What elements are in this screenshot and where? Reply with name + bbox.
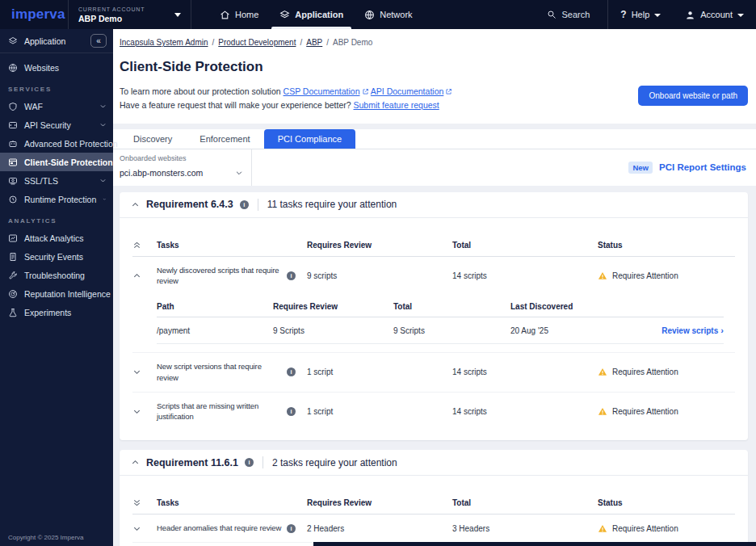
col-path: Path	[157, 302, 273, 311]
expand-row-button[interactable]	[132, 407, 157, 416]
search-icon	[547, 10, 556, 19]
requirement-6-4-3-header[interactable]: Requirement 6.4.3 11 tasks require your …	[120, 192, 748, 218]
runtime-icon	[8, 195, 18, 204]
requirement-title: Requirement 11.6.1	[146, 457, 238, 468]
info-icon[interactable]	[245, 458, 254, 467]
tab-discovery[interactable]: Discovery	[120, 129, 186, 149]
browser-icon	[8, 158, 18, 167]
table-header: Tasks Requires Review Total Status	[132, 494, 735, 514]
info-icon[interactable]	[287, 271, 296, 280]
chevron-down-icon	[132, 368, 141, 376]
onboarded-websites-label: Onboarded websites	[120, 154, 243, 162]
breadcrumb: Incapsula System Admin / Product Develop…	[120, 38, 748, 47]
requires-review-value: 9 scripts	[307, 271, 452, 280]
sidebar: Application Websites SERVICES WAF API Se…	[0, 29, 113, 546]
table-row: Header anomalies that require review 2 H…	[132, 514, 735, 543]
top-bar: imperva CURRENT ACCOUNT ABP Demo Home Ap…	[0, 0, 756, 29]
submit-feature-request-link[interactable]: Submit feature request	[354, 100, 439, 110]
analytics-icon	[8, 233, 18, 243]
status-badge: Requires Attention	[598, 524, 735, 533]
requirement-11-6-1-header[interactable]: Requirement 11.6.1 2 tasks require your …	[120, 450, 748, 476]
review-scripts-link[interactable]: Review scripts	[662, 326, 724, 335]
warning-icon	[598, 524, 607, 533]
sidebar-item-waf[interactable]: WAF	[0, 97, 113, 116]
chevron-up-icon	[132, 271, 141, 280]
table-header: Tasks Requires Review Total Status	[132, 236, 735, 257]
requires-review-value: 1 script	[307, 407, 452, 416]
sidebar-item-attack-analytics[interactable]: Attack Analytics	[0, 229, 113, 247]
search-button[interactable]: Search	[547, 10, 607, 19]
table-row: New script versions that require review …	[132, 352, 735, 393]
pci-report-settings-link[interactable]: PCI Report Settings	[659, 162, 746, 172]
onboarded-websites-select[interactable]: Onboarded websites pci.abp-monsters.com	[113, 149, 252, 186]
current-account-label: CURRENT ACCOUNT	[78, 6, 145, 12]
task-name: New script versions that require review	[157, 361, 282, 384]
breadcrumb-link[interactable]: ABP	[306, 38, 322, 47]
new-badge: New	[628, 162, 653, 174]
help-menu[interactable]: Help	[608, 0, 673, 29]
primary-nav: Home Application Network	[209, 0, 423, 29]
collapse-all-button[interactable]	[132, 241, 157, 250]
selected-website: pci.abp-monsters.com	[120, 168, 203, 178]
col-requires-review: Requires Review	[273, 302, 393, 311]
tab-enforcement[interactable]: Enforcement	[186, 129, 263, 149]
col-requires-review: Requires Review	[307, 241, 452, 250]
breadcrumb-link[interactable]: Incapsula System Admin	[120, 38, 208, 47]
total-value: 9 Scripts	[393, 326, 510, 335]
col-total: Total	[393, 302, 510, 311]
expand-all-button[interactable]	[132, 498, 157, 507]
sidebar-item-troubleshooting[interactable]: Troubleshooting	[0, 266, 113, 284]
sidebar-item-reputation-intelligence[interactable]: Reputation Intelligence	[0, 284, 113, 303]
sidebar-item-client-side-protection[interactable]: Client-Side Protection	[0, 153, 113, 171]
onboard-website-button[interactable]: Onboard website or path	[638, 86, 748, 106]
nested-table-row: /payment 9 Scripts 9 Scripts 20 Aug '25 …	[157, 317, 724, 344]
sidebar-item-ssl-tls[interactable]: SSL/TLS	[0, 171, 113, 190]
task-name: Header anomalies that require review	[157, 523, 281, 534]
sidebar-item-experiments[interactable]: Experiments	[0, 303, 113, 321]
requirement-6-4-3-card: Requirement 6.4.3 11 tasks require your …	[120, 192, 748, 441]
collapse-row-button[interactable]	[132, 271, 157, 280]
chevron-down-icon	[99, 121, 107, 128]
warning-icon	[598, 368, 607, 376]
breadcrumb-separator: /	[212, 38, 215, 47]
sidebar-item-advanced-bot-protection[interactable]: Advanced Bot Protection	[0, 134, 113, 153]
collapse-sidebar-button[interactable]	[90, 34, 107, 48]
api-documentation-link[interactable]: API Documentation	[371, 86, 443, 96]
col-requires-review: Requires Review	[307, 498, 452, 507]
globe-icon	[8, 63, 18, 73]
person-icon	[685, 10, 695, 20]
sidebar-item-websites[interactable]: Websites	[0, 58, 113, 77]
col-status: Status	[598, 498, 735, 507]
table-row: Scripts that are missing written justifi…	[132, 393, 735, 431]
task-name: Newly discovered scripts that require re…	[157, 265, 282, 288]
nav-network[interactable]: Network	[354, 0, 422, 29]
sidebar-item-runtime-protection[interactable]: Runtime Protection	[0, 190, 113, 208]
breadcrumb-link[interactable]: Product Development	[218, 38, 296, 47]
csp-documentation-link[interactable]: CSP Documentation	[284, 86, 360, 96]
path-value: /payment	[157, 326, 273, 335]
imperva-logo: imperva	[0, 0, 68, 29]
status-badge: Requires Attention	[598, 271, 735, 280]
help-icon	[620, 9, 626, 20]
col-tasks: Tasks	[157, 498, 307, 507]
info-icon[interactable]	[287, 407, 296, 416]
breadcrumb-separator: /	[326, 38, 329, 47]
info-icon[interactable]	[240, 200, 249, 209]
info-icon[interactable]	[287, 368, 296, 376]
nav-application[interactable]: Application	[269, 0, 354, 29]
total-value: 14 scripts	[452, 271, 598, 280]
sidebar-item-api-security[interactable]: API Security	[0, 116, 113, 134]
expand-row-button[interactable]	[132, 368, 157, 376]
tab-pci-compliance[interactable]: PCI Compliance	[264, 129, 355, 149]
account-selector[interactable]: CURRENT ACCOUNT ABP Demo	[68, 0, 191, 29]
task-name: Scripts that are missing written justifi…	[157, 401, 282, 423]
certificate-icon	[8, 176, 18, 186]
sidebar-item-security-events[interactable]: Security Events	[0, 247, 113, 266]
nav-home[interactable]: Home	[209, 0, 269, 29]
sidebar-section-analytics: ANALYTICS	[8, 217, 105, 225]
chevrons-up-icon	[132, 241, 141, 250]
account-menu[interactable]: Account	[673, 0, 756, 29]
expand-row-button[interactable]	[132, 524, 157, 533]
info-icon[interactable]	[287, 524, 296, 533]
chevron-down-icon	[132, 524, 141, 533]
